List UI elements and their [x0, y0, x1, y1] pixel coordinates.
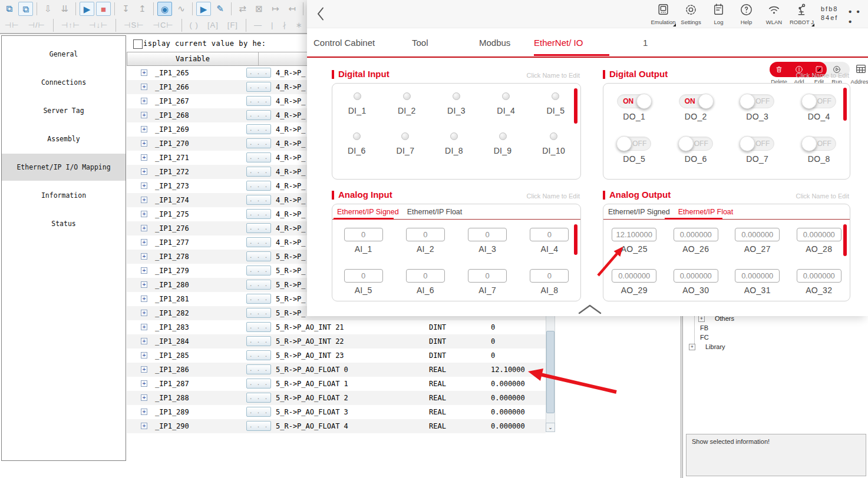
table-row[interactable]: +_IP1_290. . .5_R->P_AO_FLOAT 4REAL0.000… — [127, 419, 546, 433]
channel-label[interactable]: DO_3 — [740, 112, 774, 121]
expand-icon[interactable]: + — [141, 140, 147, 147]
toggle-do_6[interactable]: OFF — [679, 137, 713, 151]
edit-doc-icon[interactable]: ✎ — [213, 2, 227, 16]
coil-set-icon[interactable]: ⊣S⊢ — [121, 18, 147, 32]
more-menu-icon[interactable]: • • • — [849, 6, 868, 26]
channel-label[interactable]: AO_25 — [612, 244, 656, 254]
browse-button[interactable]: . . . — [246, 167, 271, 177]
expand-icon[interactable]: + — [141, 409, 147, 415]
browse-button[interactable]: . . . — [246, 251, 271, 261]
tree-item-library[interactable]: Library — [705, 343, 725, 350]
browse-button[interactable]: . . . — [246, 421, 271, 431]
channel-label[interactable]: DI_9 — [494, 146, 512, 155]
expand-icon[interactable]: + — [141, 168, 147, 175]
toggle-knob[interactable] — [698, 94, 714, 109]
expand-icon[interactable]: + — [141, 98, 147, 104]
value-box[interactable]: 0.000000 — [735, 269, 780, 283]
contact-open-icon[interactable]: ⊣⊢ — [2, 18, 22, 32]
browse-button[interactable]: . . . — [246, 322, 271, 332]
toggle-do_8[interactable]: OFF — [802, 137, 836, 151]
browse-button[interactable]: . . . — [246, 181, 271, 191]
channel-label[interactable]: DO_7 — [740, 154, 774, 164]
channel-label[interactable]: DO_5 — [617, 154, 651, 164]
browse-button[interactable]: . . . — [246, 209, 271, 219]
subtab-ethernet-ip-float[interactable]: Ethernet/IP Float — [407, 208, 463, 216]
new-window-icon[interactable]: ⧉ — [2, 2, 16, 16]
value-box[interactable]: 0.000000 — [735, 228, 780, 241]
browse-button[interactable]: . . . — [246, 308, 271, 318]
browse-button[interactable]: . . . — [246, 265, 271, 275]
subtab-ethernet-ip-signed[interactable]: Ethernet/IP Signed — [337, 208, 399, 216]
topbar-wlan-button[interactable]: WLAN — [760, 2, 788, 25]
tab-1[interactable]: 1 — [643, 38, 648, 48]
contact-closed-icon[interactable]: ⊣/⊢ — [25, 18, 48, 32]
channel-label[interactable]: AI_8 — [530, 286, 569, 295]
scroll-down-arrow-icon[interactable]: ⌄ — [546, 423, 555, 432]
sidebar-item-server-tag[interactable]: Server Tag — [2, 97, 126, 124]
star-icon[interactable]: ∗ — [293, 18, 306, 32]
tab-tool[interactable]: Tool — [412, 38, 428, 48]
expand-icon[interactable]: + — [141, 310, 147, 316]
browse-button[interactable]: . . . — [246, 124, 271, 134]
channel-label[interactable]: DO_4 — [802, 112, 836, 121]
value-box[interactable]: 0.000000 — [674, 228, 718, 241]
channel-label[interactable]: AI_1 — [344, 244, 383, 254]
table-row[interactable]: +_IP1_285. . .5_R->P_AO_INT 23DINT0 — [127, 348, 546, 363]
expand-icon[interactable]: + — [141, 296, 147, 302]
channel-label[interactable]: AO_26 — [674, 244, 718, 254]
collapse-panel-icon[interactable] — [577, 303, 603, 315]
value-box[interactable]: 0.000000 — [797, 269, 841, 283]
toggle-do_1[interactable]: ON — [617, 94, 651, 108]
export-window-icon[interactable]: ⧉ — [18, 2, 33, 16]
coil-icon[interactable]: ( ) — [187, 18, 202, 32]
stop-icon[interactable]: ■ — [96, 2, 111, 16]
tree-item-fb[interactable]: FB — [700, 324, 708, 331]
toggle-knob[interactable] — [740, 136, 755, 151]
expand-icon[interactable]: + — [141, 84, 147, 90]
browse-button[interactable]: . . . — [246, 110, 271, 120]
topbar-robot-button[interactable]: ROBOT J — [788, 2, 816, 25]
toggle-knob[interactable] — [740, 94, 755, 109]
toggle-knob[interactable] — [801, 94, 817, 109]
topbar-help-button[interactable]: Help — [732, 2, 760, 25]
contact-rising-icon[interactable]: ⊣↑⊢ — [58, 18, 83, 32]
monitor-icon[interactable]: ◉ — [157, 2, 172, 16]
value-box[interactable]: 12.100000 — [612, 228, 656, 241]
channel-label[interactable]: AO_30 — [674, 286, 718, 295]
browse-button[interactable]: . . . — [246, 294, 271, 304]
value-box[interactable]: 0 — [468, 228, 507, 241]
toggle-knob[interactable] — [616, 136, 632, 151]
toggle-knob[interactable] — [636, 94, 652, 109]
value-box[interactable]: 0 — [344, 269, 383, 283]
expand-icon[interactable]: + — [141, 352, 147, 358]
toggle-do_5[interactable]: OFF — [617, 137, 651, 151]
sidebar-item-assembly[interactable]: Assembly — [2, 125, 126, 152]
expand-icon[interactable]: + — [141, 69, 147, 76]
channel-label[interactable]: DI_5 — [546, 106, 565, 115]
tree-expand-icon[interactable]: + — [689, 344, 695, 350]
browse-button[interactable]: . . . — [246, 68, 271, 78]
value-box[interactable]: 0.000000 — [674, 269, 718, 283]
func-f-icon[interactable]: [F] — [225, 18, 241, 32]
channel-label[interactable]: AI_5 — [344, 286, 383, 295]
expand-icon[interactable]: + — [141, 239, 147, 245]
browse-button[interactable]: . . . — [246, 407, 271, 417]
browse-button[interactable]: . . . — [246, 350, 271, 360]
expand-icon[interactable]: + — [141, 154, 147, 161]
browse-button[interactable]: . . . — [246, 195, 271, 205]
download-all-icon[interactable]: ⇊ — [57, 2, 72, 16]
table-scrollbar-thumb[interactable] — [546, 331, 555, 413]
toggle-do_4[interactable]: OFF — [802, 94, 836, 108]
table-row[interactable]: +_IP1_288. . .5_R->P_AO_FLOAT 2REAL0.000… — [127, 391, 546, 405]
expand-icon[interactable]: + — [141, 211, 147, 217]
toggle-knob[interactable] — [801, 136, 817, 151]
browse-button[interactable]: . . . — [246, 96, 271, 106]
toggle-do_3[interactable]: OFF — [740, 94, 774, 108]
channel-label[interactable]: AI_6 — [406, 286, 445, 295]
coil-reset-icon[interactable]: ⊣C⊢ — [150, 18, 177, 32]
sidebar-item-information[interactable]: Information — [2, 182, 126, 209]
download-plc-icon[interactable]: ↧ — [118, 2, 133, 16]
expand-icon[interactable]: + — [141, 182, 147, 189]
toggle-do_2[interactable]: ON — [679, 94, 713, 108]
value-box[interactable]: 0 — [530, 269, 569, 283]
